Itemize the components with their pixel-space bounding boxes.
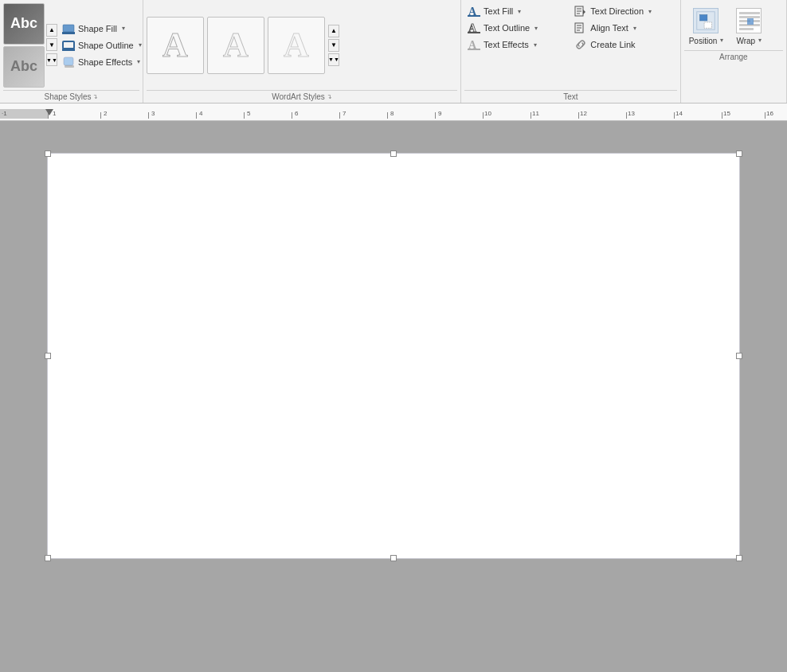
ruler-label-12: 13 bbox=[628, 110, 635, 117]
svg-rect-5 bbox=[65, 65, 74, 68]
wordart-styles-group: A A A ▲ ▼ ▼▼ WordArt Styles bbox=[143, 0, 461, 103]
ruler-label-5: 6 bbox=[295, 110, 298, 117]
text-box[interactable] bbox=[47, 153, 740, 559]
ruler-label-10: 11 bbox=[532, 110, 539, 117]
shape-scroll-expand[interactable]: ▼▼ bbox=[46, 53, 57, 66]
ruler-tick-2 bbox=[148, 112, 149, 119]
text-direction-btn[interactable]: Text Direction ▾ bbox=[571, 3, 676, 19]
text-col-right: Text Direction ▾ Align Text bbox=[571, 3, 676, 53]
text-direction-icon bbox=[574, 5, 587, 18]
handle-right-center[interactable] bbox=[736, 353, 742, 359]
ruler-tick-3 bbox=[196, 112, 197, 119]
ruler-tick-1 bbox=[100, 112, 101, 119]
wordart-scroll-expand[interactable]: ▼▼ bbox=[328, 53, 339, 66]
align-text-arrow: ▾ bbox=[633, 25, 636, 32]
ruler-label-1: 2 bbox=[104, 110, 107, 117]
shape-effects-label: Shape Effects bbox=[78, 57, 132, 67]
wrap-text-arrow: ▾ bbox=[758, 37, 762, 44]
shape-styles-group: Abc Abc ▲ ▼ ▼▼ bbox=[0, 0, 143, 103]
text-fill-icon: A bbox=[468, 5, 480, 18]
ruler-label-8: 9 bbox=[438, 110, 441, 117]
handle-left-center[interactable] bbox=[45, 353, 51, 359]
create-link-icon bbox=[574, 38, 587, 51]
arrange-label: Arrange bbox=[684, 50, 783, 63]
handle-top-right[interactable] bbox=[736, 150, 742, 157]
ribbon: Abc Abc ▲ ▼ ▼▼ bbox=[0, 0, 787, 104]
svg-rect-7 bbox=[468, 15, 480, 17]
arrange-group: Position ▾ bbox=[681, 0, 787, 103]
text-direction-label: Text Direction bbox=[590, 6, 644, 16]
position-label-row: Position ▾ bbox=[689, 35, 724, 45]
wrap-text-icon bbox=[736, 8, 762, 33]
text-outline-btn[interactable]: A Text Outline ▾ bbox=[464, 20, 570, 36]
text-col-left: A Text Fill ▾ A bbox=[464, 3, 570, 53]
ruler-indent-marker[interactable] bbox=[45, 109, 53, 115]
shape-scroll-down[interactable]: ▼ bbox=[46, 38, 57, 51]
position-icon bbox=[693, 8, 718, 33]
wrap-text-btn[interactable]: Wrap ▾ bbox=[731, 5, 766, 49]
wordart-styles-group-text: WordArt Styles bbox=[272, 92, 325, 101]
wordart-scroll-up[interactable]: ▲ bbox=[328, 25, 339, 37]
shape-outline-arrow: ▾ bbox=[139, 41, 142, 49]
wordart-scroll-buttons: ▲ ▼ ▼▼ bbox=[328, 25, 339, 66]
ruler-label-7: 8 bbox=[390, 110, 394, 117]
wordart-styles-expand-btn[interactable]: WordArt Styles ↴ bbox=[147, 92, 457, 101]
svg-rect-28 bbox=[739, 28, 754, 30]
shape-styles-expand-btn[interactable]: Shape Styles ↴ bbox=[3, 92, 139, 101]
svg-rect-24 bbox=[739, 16, 760, 18]
shape-thumb-list: Abc Abc bbox=[3, 3, 45, 88]
text-content: A Text Fill ▾ A bbox=[464, 2, 677, 88]
ruler-negative-zone bbox=[0, 109, 48, 119]
ruler-tick-15 bbox=[765, 112, 765, 119]
shape-outline-label: Shape Outline bbox=[78, 41, 134, 50]
wrap-text-label: Wrap bbox=[736, 37, 755, 45]
ruler-track: ·1 1 2 3 4 5 6 7 8 9 10 11 12 13 14 15 1… bbox=[0, 109, 787, 119]
shape-scroll-buttons: ▲ ▼ ▼▼ bbox=[46, 23, 57, 68]
text-effects-icon: A bbox=[468, 38, 480, 51]
align-text-btn[interactable]: Align Text ▾ bbox=[571, 20, 676, 36]
svg-rect-3 bbox=[62, 49, 75, 51]
shape-effects-arrow: ▾ bbox=[137, 58, 140, 65]
handle-top-left[interactable] bbox=[45, 150, 51, 157]
ruler-label-3: 4 bbox=[199, 110, 202, 117]
ruler-label-2: 3 bbox=[151, 110, 155, 117]
shape-outline-icon bbox=[62, 39, 75, 52]
svg-rect-11 bbox=[468, 49, 480, 50]
canvas-area bbox=[0, 121, 787, 672]
wordart-style-1[interactable]: A bbox=[147, 17, 204, 74]
shape-effects-icon bbox=[62, 56, 75, 68]
ruler-label-6: 7 bbox=[343, 110, 346, 117]
shape-style-thumb-1[interactable]: Abc bbox=[3, 3, 45, 45]
align-text-icon bbox=[574, 21, 587, 34]
handle-bottom-left[interactable] bbox=[45, 555, 51, 561]
wordart-style-2[interactable]: A bbox=[207, 17, 264, 74]
ruler-tick-5 bbox=[292, 112, 292, 119]
position-btn[interactable]: Position ▾ bbox=[684, 5, 729, 49]
handle-bottom-center[interactable] bbox=[390, 555, 397, 561]
text-fill-btn[interactable]: A Text Fill ▾ bbox=[464, 3, 570, 19]
shape-fill-label: Shape Fill bbox=[78, 24, 117, 33]
ribbon-content: Abc Abc ▲ ▼ ▼▼ bbox=[0, 0, 787, 103]
align-text-label: Align Text bbox=[590, 23, 628, 33]
text-group-label: Text bbox=[464, 90, 677, 103]
wordart-style-3[interactable]: A bbox=[268, 17, 325, 74]
text-effects-btn[interactable]: A Text Effects ▾ bbox=[464, 37, 570, 53]
svg-rect-2 bbox=[63, 41, 74, 49]
shape-scroll-up[interactable]: ▲ bbox=[46, 24, 57, 37]
text-direction-arrow: ▾ bbox=[648, 8, 652, 15]
svg-rect-21 bbox=[700, 15, 707, 21]
arrange-group-text: Arrange bbox=[719, 53, 748, 61]
handle-top-center[interactable] bbox=[390, 150, 397, 157]
ruler-label-4: 5 bbox=[247, 110, 250, 117]
shape-style-thumb-2[interactable]: Abc bbox=[3, 46, 45, 88]
text-group: A Text Fill ▾ A bbox=[461, 0, 681, 103]
svg-rect-4 bbox=[64, 57, 73, 65]
ruler-label-11: 12 bbox=[580, 110, 587, 117]
svg-rect-23 bbox=[739, 12, 760, 14]
handle-bottom-right[interactable] bbox=[736, 555, 742, 561]
ruler-tick-11 bbox=[578, 112, 579, 119]
create-link-btn[interactable]: Create Link bbox=[571, 37, 676, 53]
wordart-scroll-down[interactable]: ▼ bbox=[328, 39, 339, 52]
position-label: Position bbox=[689, 37, 718, 45]
position-arrow: ▾ bbox=[720, 37, 723, 44]
